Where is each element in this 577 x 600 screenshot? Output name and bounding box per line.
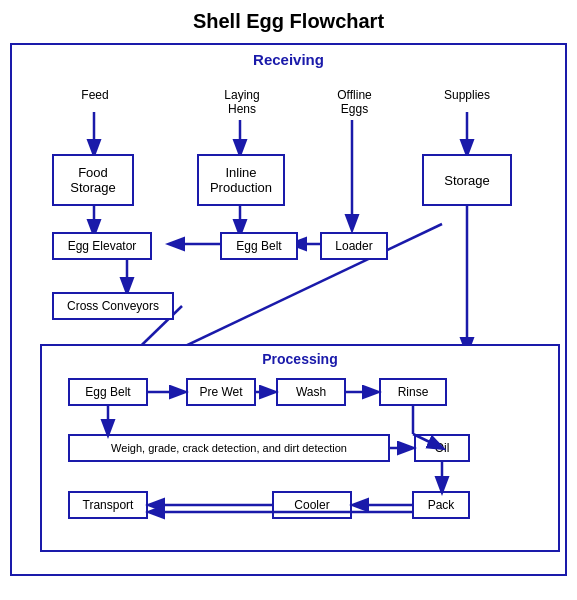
- inline-production-node: Inline Production: [197, 154, 285, 206]
- processing-box: Processing Egg Belt Pre Wet Wash Rinse W…: [40, 344, 560, 552]
- loader-node: Loader: [320, 232, 388, 260]
- pack-node: Pack: [412, 491, 470, 519]
- receiving-label: Receiving: [22, 51, 555, 68]
- laying-hens-label: Laying Hens: [207, 84, 277, 120]
- cooler-node: Cooler: [272, 491, 352, 519]
- offline-eggs-label: Offline Eggs: [317, 84, 392, 120]
- weigh-grade-node: Weigh, grade, crack detection, and dirt …: [68, 434, 390, 462]
- diagram: Feed Laying Hens Offline Eggs Supplies F…: [22, 74, 555, 564]
- egg-elevator-node: Egg Elevator: [52, 232, 152, 260]
- egg-belt-processing-node: Egg Belt: [68, 378, 148, 406]
- cross-conveyors-node: Cross Conveyors: [52, 292, 174, 320]
- feed-label: Feed: [70, 84, 120, 106]
- oil-node: Oil: [414, 434, 470, 462]
- rinse-node: Rinse: [379, 378, 447, 406]
- page-title: Shell Egg Flowchart: [10, 10, 567, 33]
- receiving-box: Receiving: [10, 43, 567, 576]
- egg-belt-upper-node: Egg Belt: [220, 232, 298, 260]
- processing-label: Processing: [50, 351, 550, 367]
- pre-wet-node: Pre Wet: [186, 378, 256, 406]
- food-storage-node: Food Storage: [52, 154, 134, 206]
- wash-node: Wash: [276, 378, 346, 406]
- transport-node: Transport: [68, 491, 148, 519]
- storage-node: Storage: [422, 154, 512, 206]
- supplies-label: Supplies: [437, 84, 497, 106]
